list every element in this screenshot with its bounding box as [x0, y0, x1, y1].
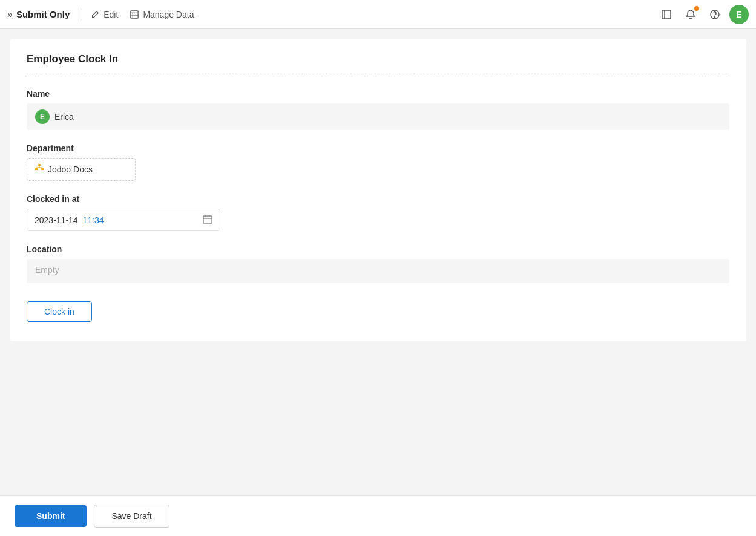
section-title: Employee Clock In [27, 53, 729, 74]
time-part: 11:34 [81, 215, 104, 225]
form-card: Employee Clock In Name E Erica Departmen… [10, 39, 746, 341]
svg-rect-15 [203, 216, 212, 223]
manage-data-button[interactable]: Manage Data [124, 7, 200, 22]
department-label: Department [27, 143, 729, 153]
form-area: Employee Clock In Name E Erica Departmen… [0, 29, 756, 495]
svg-point-7 [715, 16, 715, 17]
name-value: E Erica [27, 103, 729, 130]
clock-in-button[interactable]: Clock in [27, 301, 92, 322]
table-icon [130, 10, 139, 19]
name-text: Erica [54, 112, 74, 122]
notification-badge [694, 6, 699, 11]
user-avatar-button[interactable]: E [729, 5, 749, 24]
clocked-in-at-field-group: Clocked in at 2023-11-14 11:34 [27, 194, 729, 231]
notification-button[interactable] [681, 5, 700, 24]
location-value: Empty [27, 259, 729, 283]
svg-rect-10 [41, 168, 44, 170]
submit-button[interactable]: Submit [15, 505, 87, 527]
topbar-icons: E [657, 5, 749, 24]
name-field-group: Name E Erica [27, 89, 729, 130]
svg-rect-4 [662, 10, 671, 19]
mode-title: Submit Only [16, 9, 70, 19]
help-button[interactable] [705, 5, 725, 24]
department-field-group: Department Jodoo Docs [27, 143, 729, 181]
location-label: Location [27, 244, 729, 254]
name-avatar: E [35, 109, 50, 124]
datetime-input[interactable]: 2023-11-14 11:34 [27, 209, 220, 231]
save-draft-button[interactable]: Save Draft [94, 505, 169, 528]
clocked-in-at-label: Clocked in at [27, 194, 729, 204]
edit-button[interactable]: Edit [85, 7, 124, 22]
department-icon [35, 163, 44, 175]
department-value[interactable]: Jodoo Docs [27, 158, 136, 181]
topbar: » Submit Only Edit Manage Data [0, 0, 756, 29]
calendar-icon[interactable] [203, 214, 212, 226]
main-area: Employee Clock In Name E Erica Departmen… [0, 29, 756, 536]
location-field-group: Location Empty [27, 244, 729, 283]
bottom-bar: Submit Save Draft [0, 495, 756, 536]
svg-rect-8 [38, 164, 41, 166]
department-text: Jodoo Docs [48, 165, 93, 174]
sidebar-toggle-icon[interactable]: » [7, 9, 13, 20]
date-part: 2023-11-14 [35, 215, 78, 225]
svg-rect-9 [35, 168, 38, 170]
sidebar-collapse-button[interactable] [657, 5, 676, 24]
name-label: Name [27, 89, 729, 99]
edit-icon [91, 10, 99, 19]
divider [82, 8, 82, 21]
svg-rect-0 [131, 10, 138, 18]
